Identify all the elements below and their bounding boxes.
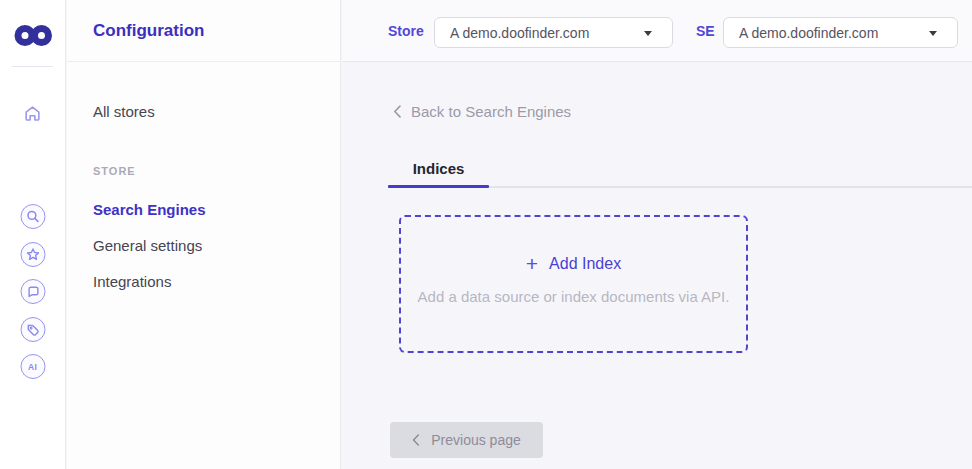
search-engine-dropdown-value: A demo.doofinder.com — [739, 25, 878, 41]
search-engine-dropdown[interactable]: A demo.doofinder.com — [723, 17, 958, 48]
caret-down-icon — [644, 31, 652, 36]
ai-icon-label: AI — [28, 362, 37, 372]
add-index-label: Add Index — [549, 255, 621, 273]
tab-indices[interactable]: Indices — [388, 150, 489, 186]
page-title: Configuration — [93, 21, 204, 41]
search-engine-selector-label: SE — [696, 0, 715, 62]
configuration-sidebar: Configuration All stores STORE Search En… — [67, 0, 341, 469]
sidebar-item-integrations[interactable]: Integrations — [67, 271, 340, 293]
add-index-card[interactable]: + Add Index Add a data source or index d… — [399, 215, 748, 353]
store-selector-label: Store — [388, 0, 424, 62]
home-icon[interactable] — [22, 102, 44, 124]
search-icon[interactable] — [20, 204, 45, 229]
rail-divider — [12, 66, 53, 67]
sidebar-section-store: STORE — [93, 165, 136, 177]
sidebar-item-general-settings[interactable]: General settings — [67, 235, 340, 257]
topbar: Store A demo.doofinder.com SE A demo.doo… — [342, 0, 972, 62]
tag-icon[interactable] — [20, 317, 45, 342]
main-content: Store A demo.doofinder.com SE A demo.doo… — [342, 0, 972, 469]
chevron-left-icon — [393, 105, 402, 118]
store-dropdown[interactable]: A demo.doofinder.com — [434, 17, 673, 48]
chat-bubble-icon[interactable] — [20, 279, 45, 304]
previous-page-button[interactable]: Previous page — [390, 422, 543, 458]
star-icon[interactable] — [20, 242, 45, 267]
previous-page-label: Previous page — [431, 432, 521, 448]
caret-down-icon — [929, 31, 937, 36]
sidebar-item-search-engines[interactable]: Search Engines — [67, 199, 340, 221]
doofinder-logo-icon[interactable] — [14, 24, 52, 47]
sidebar-header: Configuration — [67, 0, 340, 62]
icon-rail: AI — [0, 0, 66, 469]
store-dropdown-value: A demo.doofinder.com — [450, 25, 589, 41]
add-index-action: + Add Index — [526, 253, 621, 274]
back-to-search-engines-link[interactable]: Back to Search Engines — [393, 103, 571, 120]
ai-icon[interactable]: AI — [20, 354, 45, 379]
back-link-label: Back to Search Engines — [411, 103, 571, 120]
sidebar-item-all-stores[interactable]: All stores — [67, 101, 340, 123]
plus-icon: + — [526, 253, 538, 274]
tab-bar: Indices — [388, 150, 972, 188]
add-index-description: Add a data source or index documents via… — [418, 288, 730, 305]
chevron-left-icon — [412, 434, 420, 446]
